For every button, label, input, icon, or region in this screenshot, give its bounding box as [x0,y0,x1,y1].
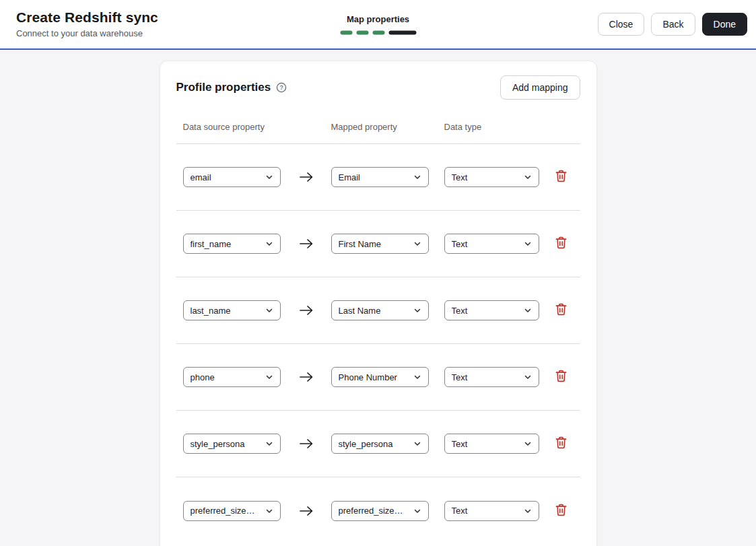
chevron-down-icon [524,240,532,248]
data-type-select[interactable]: Text [444,300,539,320]
delete-mapping-button[interactable] [554,302,568,319]
chevron-down-icon [413,173,421,181]
trash-icon [555,303,567,318]
delete-mapping-button[interactable] [554,502,568,520]
mapping-row: preferred_size_t... preferred_size_t... … [176,477,580,544]
svg-text:?: ? [280,84,283,91]
page-title: Create Redshift sync [16,9,158,26]
mapped-property-select[interactable]: Phone Number [331,367,429,387]
close-button[interactable]: Close [598,13,645,36]
arrow-right-icon [299,170,314,184]
arrow-right-icon [299,370,314,384]
mapping-rows: email Email Text [176,144,580,544]
chevron-down-icon [265,507,273,515]
card-header: Profile properties ? Add mapping [160,61,596,100]
chevron-down-icon [265,173,273,181]
chevron-down-icon [524,373,532,381]
help-icon[interactable]: ? [276,82,287,93]
top-bar: Create Redshift sync Connect to your dat… [0,0,756,50]
progress-pill-done [372,31,384,35]
wizard-actions: Close Back Done [598,13,747,36]
chevron-down-icon [413,306,421,314]
wizard-progress: Map properties [340,14,416,35]
column-header-mapped: Mapped property [331,122,444,132]
chevron-down-icon [413,507,421,515]
chevron-down-icon [265,373,273,381]
page-subtitle: Connect to your data warehouse [16,28,158,38]
column-header-source: Data source property [183,122,331,132]
data-type-select[interactable]: Text [444,501,539,521]
mapping-row: style_persona style_persona Text [176,411,580,477]
back-button[interactable]: Back [651,13,695,36]
chevron-down-icon [524,440,532,448]
chevron-down-icon [265,240,273,248]
profile-properties-card: Profile properties ? Add mapping Data so… [160,61,597,546]
wizard-heading: Create Redshift sync Connect to your dat… [16,9,158,40]
trash-icon [555,436,567,451]
chevron-down-icon [265,306,273,314]
table-header-row: Data source property Mapped property Dat… [176,100,580,144]
arrow-right-icon [299,237,314,250]
mapping-row: last_name Last Name Text [176,277,580,344]
page-body: Profile properties ? Add mapping Data so… [0,50,756,545]
delete-mapping-button[interactable] [554,168,568,186]
progress-pill-done [356,31,368,35]
source-property-select[interactable]: preferred_size_t... [183,501,281,521]
chevron-down-icon [413,373,421,381]
source-property-select[interactable]: first_name [183,234,281,254]
delete-mapping-button[interactable] [554,368,568,386]
mapping-table: Data source property Mapped property Dat… [176,100,580,544]
mapping-row: first_name First Name Text [176,211,580,277]
chevron-down-icon [265,440,273,448]
data-type-select[interactable]: Text [444,167,539,187]
mapping-row: phone Phone Number Text [176,344,580,411]
mapped-property-select[interactable]: First Name [331,234,429,254]
arrow-right-icon [299,437,314,450]
data-type-select[interactable]: Text [444,434,539,454]
chevron-down-icon [413,440,421,448]
chevron-down-icon [524,306,532,314]
chevron-down-icon [524,507,532,515]
trash-icon [555,236,567,251]
data-type-select[interactable]: Text [444,234,539,254]
mapped-property-select[interactable]: Last Name [331,300,429,320]
chevron-down-icon [524,173,532,181]
delete-mapping-button[interactable] [554,435,568,452]
arrow-right-icon [299,504,314,518]
progress-pill-current [388,31,416,35]
mapped-property-select[interactable]: style_persona [331,434,429,454]
column-header-type: Data type [444,122,574,132]
delete-mapping-button[interactable] [554,235,568,252]
source-property-select[interactable]: last_name [183,300,281,320]
done-button[interactable]: Done [702,13,747,36]
progress-pill-done [340,31,352,35]
arrow-right-icon [299,304,314,317]
chevron-down-icon [413,240,421,248]
source-property-select[interactable]: email [183,167,281,187]
add-mapping-button[interactable]: Add mapping [500,75,580,100]
source-property-select[interactable]: style_persona [183,434,281,454]
mapped-property-select[interactable]: preferred_size_t... [331,501,429,521]
source-property-select[interactable]: phone [183,367,281,387]
mapped-property-select[interactable]: Email [331,167,429,187]
mapping-row: email Email Text [176,144,580,211]
trash-icon [555,504,567,518]
current-step-label: Map properties [347,14,409,24]
trash-icon [555,170,567,184]
card-title: Profile properties [176,81,271,94]
trash-icon [555,370,567,384]
progress-pills [340,31,416,35]
data-type-select[interactable]: Text [444,367,539,387]
